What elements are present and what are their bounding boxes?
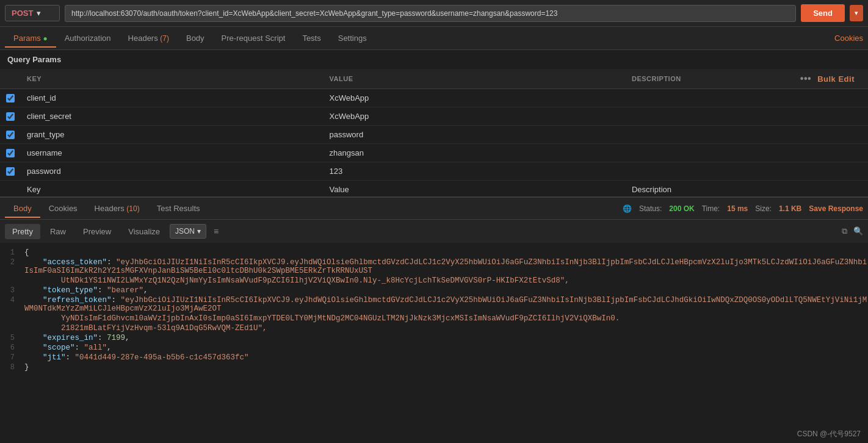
params-table: KEY VALUE DESCRIPTION ••• Bulk Edit: [0, 69, 868, 196]
th-value: VALUE: [324, 69, 626, 89]
code-line-3: 3 "token_type": "bearer",: [0, 286, 868, 295]
format-label: JSON: [175, 227, 195, 236]
code-line-4c: 21821mBLatFYijVzHvqm-53lq9A1DqG5RwVQM-ZE…: [0, 323, 868, 333]
response-tabs-bar: Body Cookies Headers (10) Test Results 🌐…: [0, 196, 868, 220]
param-description[interactable]: [626, 107, 868, 126]
param-description[interactable]: [626, 126, 868, 144]
response-format-tabs: Pretty Raw Preview Visualize JSON ▾ ≡ ⧉ …: [0, 220, 868, 243]
code-line-2b: UtNDk1YS1iNWI2LWMxYzQ1N2QzNjNmYyIsImNsaW…: [0, 276, 868, 286]
param-value[interactable]: 123: [324, 162, 626, 181]
param-key[interactable]: username: [21, 144, 324, 162]
response-code-area: 1 { 2 "access_token": "eyJhbGciOiJIUzI1N…: [0, 243, 868, 443]
tab-params[interactable]: Params ●: [5, 29, 56, 48]
send-button[interactable]: Send: [801, 4, 845, 22]
row-checkbox[interactable]: [6, 149, 15, 157]
row-checkbox[interactable]: [6, 167, 15, 176]
tab-test-results[interactable]: Test Results: [148, 199, 209, 218]
more-options-button[interactable]: •••: [800, 73, 811, 84]
code-line-1: 1 {: [0, 248, 868, 258]
save-response-button[interactable]: Save Response: [809, 204, 863, 213]
param-description[interactable]: [626, 162, 868, 181]
copy-icon[interactable]: ⧉: [842, 226, 847, 236]
tab-response-headers[interactable]: Headers (10): [86, 199, 148, 218]
table-row: username zhangsan: [0, 144, 868, 162]
code-line-4b: YyNDIsImF1dGhvcml0aWVzIjpbInAxI0sImp0aSI…: [0, 314, 868, 323]
th-check: [0, 69, 21, 89]
param-key[interactable]: password: [21, 162, 324, 181]
param-key-placeholder[interactable]: Key: [21, 181, 324, 197]
method-label: POST: [12, 9, 33, 18]
status-info: 🌐 Status: 200 OK Time: 15 ms Size: 1.1 K…: [623, 204, 863, 213]
param-value[interactable]: zhangsan: [324, 144, 626, 162]
table-row: password 123: [0, 162, 868, 181]
table-row-empty: Key Value Description: [0, 181, 868, 197]
tab-authorization[interactable]: Authorization: [56, 29, 120, 48]
param-description[interactable]: [626, 89, 868, 107]
tab-settings[interactable]: Settings: [330, 29, 375, 48]
size-value: 1.1 KB: [779, 204, 801, 213]
param-value[interactable]: XcWebApp: [324, 89, 626, 107]
search-icon[interactable]: 🔍: [853, 226, 863, 236]
param-value-placeholder[interactable]: Value: [324, 181, 626, 197]
param-desc-placeholder[interactable]: Description: [626, 181, 868, 197]
format-selector[interactable]: JSON ▾: [170, 224, 206, 239]
param-key[interactable]: grant_type: [21, 126, 324, 144]
table-row: client_secret XcWebApp: [0, 107, 868, 126]
code-line-8: 8 }: [0, 362, 868, 372]
row-checkbox[interactable]: [6, 131, 15, 139]
tab-response-cookies[interactable]: Cookies: [40, 199, 86, 218]
tab-body[interactable]: Body: [178, 29, 213, 48]
param-key[interactable]: client_id: [21, 89, 324, 107]
filter-icon[interactable]: ≡: [214, 226, 219, 236]
resp-tab-raw[interactable]: Raw: [43, 224, 73, 239]
time-label: Time:: [702, 204, 720, 213]
param-value[interactable]: password: [324, 126, 626, 144]
time-value: 15 ms: [727, 204, 748, 213]
th-description: DESCRIPTION ••• Bulk Edit: [626, 69, 868, 89]
code-line-7: 7 "jti": "0441d449-287e-495a-b5b6-c1c457…: [0, 353, 868, 362]
param-description[interactable]: [626, 144, 868, 162]
method-chevron-icon: ▾: [37, 9, 41, 18]
request-tabs: Params ● Authorization Headers (7) Body …: [0, 27, 868, 50]
th-key: KEY: [21, 69, 324, 89]
resp-action-icons: ⧉ 🔍: [842, 226, 863, 236]
watermark: CSDN @-代号9527: [797, 429, 861, 439]
code-line-4: 4 "refresh_token": "eyJhbGciOiJIUzI1NiIs…: [0, 295, 868, 314]
row-checkbox[interactable]: [6, 112, 15, 121]
send-dropdown-button[interactable]: ▾: [850, 5, 863, 21]
url-input[interactable]: [65, 5, 796, 22]
code-line-2: 2 "access_token": "eyJhbGciOiJIUzI1NiIsI…: [0, 258, 868, 276]
query-params-label: Query Params: [0, 50, 868, 69]
resp-tab-visualize[interactable]: Visualize: [121, 224, 167, 239]
table-row: grant_type password: [0, 126, 868, 144]
bulk-edit-button[interactable]: Bulk Edit: [817, 74, 862, 84]
format-chevron-icon: ▾: [197, 227, 201, 236]
resp-tab-pretty[interactable]: Pretty: [5, 224, 40, 239]
param-key[interactable]: client_secret: [21, 107, 324, 126]
query-params-section: Query Params KEY VALUE DESCRIPTION ••• B…: [0, 50, 868, 196]
resp-tab-preview[interactable]: Preview: [76, 224, 118, 239]
param-value[interactable]: XcWebApp: [324, 107, 626, 126]
code-line-6: 6 "scope": "all",: [0, 343, 868, 353]
tab-tests[interactable]: Tests: [294, 29, 329, 48]
url-bar: POST ▾ Send ▾: [0, 0, 868, 27]
cookies-link[interactable]: Cookies: [834, 34, 863, 43]
tab-response-body[interactable]: Body: [5, 199, 40, 218]
row-checkbox[interactable]: [6, 94, 15, 103]
globe-icon: 🌐: [623, 204, 632, 213]
method-selector[interactable]: POST ▾: [5, 5, 60, 21]
code-line-5: 5 "expires_in": 7199,: [0, 333, 868, 343]
size-label: Size:: [755, 204, 772, 213]
tab-prerequest[interactable]: Pre-request Script: [213, 29, 294, 48]
table-row: client_id XcWebApp: [0, 89, 868, 107]
status-label: Status:: [639, 204, 662, 213]
tab-headers[interactable]: Headers (7): [120, 29, 178, 48]
status-code: 200 OK: [669, 204, 694, 213]
